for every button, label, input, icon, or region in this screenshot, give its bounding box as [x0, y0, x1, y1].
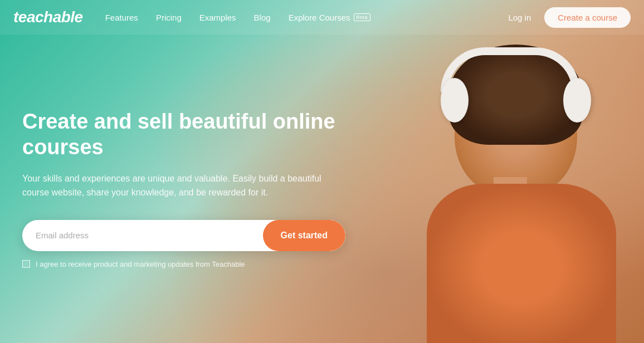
- nav-right: Log in Create a course: [508, 7, 631, 28]
- navbar: teachable Features Pricing Examples Blog…: [0, 0, 644, 35]
- email-input[interactable]: [22, 231, 263, 240]
- nav-explore[interactable]: Explore Courses: [289, 13, 350, 22]
- nav-links: Features Pricing Examples Blog Explore C…: [105, 13, 509, 22]
- brand-logo[interactable]: teachable: [13, 8, 83, 26]
- nav-blog[interactable]: Blog: [254, 13, 271, 22]
- person-body: [427, 184, 616, 343]
- nav-features[interactable]: Features: [105, 13, 138, 22]
- get-started-button[interactable]: Get started: [263, 220, 345, 251]
- headphone-right: [563, 78, 591, 122]
- cta-row: Get started: [22, 220, 345, 251]
- nav-explore-wrapper: Explore Courses Beta: [289, 13, 370, 22]
- create-course-button[interactable]: Create a course: [544, 7, 631, 28]
- nav-pricing[interactable]: Pricing: [156, 13, 182, 22]
- beta-badge: Beta: [354, 13, 371, 21]
- hero-subtitle: Your skills and experiences are unique a…: [22, 171, 323, 200]
- login-link[interactable]: Log in: [508, 13, 531, 22]
- hero-content: Create and sell beautiful online courses…: [0, 35, 390, 343]
- nav-examples[interactable]: Examples: [199, 13, 236, 22]
- terms-label: I agree to receive product and marketing…: [36, 260, 245, 268]
- headphone-left: [441, 78, 469, 122]
- terms-row: I agree to receive product and marketing…: [22, 260, 368, 268]
- terms-checkbox[interactable]: [22, 260, 30, 268]
- hero-title: Create and sell beautiful online courses: [22, 109, 345, 160]
